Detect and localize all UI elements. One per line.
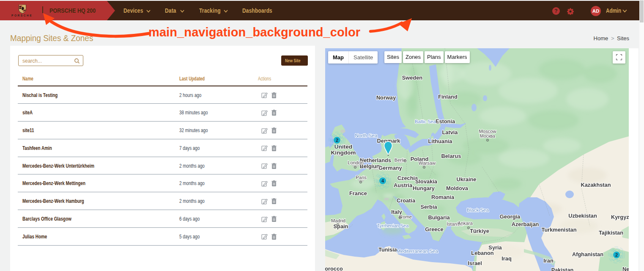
svg-text:France: France: [349, 190, 367, 196]
svg-text:Austria: Austria: [394, 182, 413, 188]
svg-text:Estonia: Estonia: [436, 118, 455, 124]
svg-text:Tajikistan: Tajikistan: [599, 230, 623, 236]
svg-text:Croatia: Croatia: [397, 197, 416, 204]
svg-text:Germany: Germany: [378, 165, 402, 171]
svg-text:Baltic Sea: Baltic Sea: [415, 119, 436, 124]
svg-text:Paris: Paris: [356, 175, 367, 180]
svg-text:Kingdom: Kingdom: [331, 149, 356, 156]
svg-text:Ukraine: Ukraine: [457, 176, 477, 183]
svg-text:Ankara: Ankara: [458, 221, 473, 226]
svg-text:Finland: Finland: [438, 94, 458, 100]
svg-text:Sweden: Sweden: [402, 75, 423, 81]
svg-text:Azerbaijan: Azerbaijan: [512, 221, 539, 227]
svg-text:Tyrrhenian Sea: Tyrrhenian Sea: [377, 223, 409, 228]
svg-text:2: 2: [336, 138, 338, 143]
svg-text:North Sea: North Sea: [355, 133, 378, 138]
svg-text:Iraq: Iraq: [501, 255, 511, 262]
svg-text:Greece: Greece: [425, 226, 443, 232]
svg-text:Israel: Israel: [468, 260, 482, 266]
svg-text:Netherlands: Netherlands: [360, 157, 391, 163]
svg-text:Lebanon: Lebanon: [471, 250, 494, 256]
svg-text:Black Sea: Black Sea: [467, 207, 489, 213]
svg-text:Warsaw: Warsaw: [419, 160, 436, 166]
svg-text:Tunisia: Tunisia: [378, 246, 397, 253]
svg-text:New: New: [622, 266, 629, 271]
svg-text:Belarus: Belarus: [441, 153, 461, 159]
svg-text:Romania: Romania: [431, 194, 455, 200]
svg-text:Slovakia: Slovakia: [415, 178, 438, 185]
svg-text:main_navigation_background_col: main_navigation_background_color: [148, 25, 360, 39]
svg-text:Iran: Iran: [543, 257, 554, 264]
svg-text:Spain: Spain: [334, 223, 348, 230]
svg-text:Georgia: Georgia: [500, 213, 521, 220]
svg-text:Türkiye: Türkiye: [470, 228, 489, 234]
svg-text:Uzbekistan: Uzbekistan: [568, 213, 597, 219]
svg-text:Norway: Norway: [376, 94, 396, 101]
svg-text:4: 4: [381, 178, 384, 183]
svg-text:Latvia: Latvia: [442, 129, 458, 136]
svg-text:Pakistan: Pakistan: [551, 267, 574, 271]
svg-text:Kyrgyzsta: Kyrgyzsta: [611, 214, 629, 220]
svg-text:Bulgaria: Bulgaria: [428, 214, 450, 221]
svg-text:Mediterranean Sea: Mediterranean Sea: [397, 249, 438, 254]
svg-text:Turkmenistan: Turkmenistan: [542, 227, 577, 233]
svg-text:London: London: [348, 160, 363, 165]
svg-text:Serbia: Serbia: [420, 204, 437, 210]
svg-text:Morocco: Morocco: [325, 265, 343, 271]
svg-text:Москва: Москва: [480, 133, 495, 138]
svg-text:Kazakhstan: Kazakhstan: [581, 182, 611, 188]
svg-text:2: 2: [615, 252, 618, 257]
svg-text:Lithuania: Lithuania: [428, 138, 453, 144]
svg-text:Moldova: Moldova: [446, 185, 469, 191]
svg-text:Afghanistan: Afghanistan: [572, 251, 603, 257]
svg-text:Rome: Rome: [399, 214, 412, 219]
svg-text:Hungary: Hungary: [413, 185, 435, 191]
svg-text:Madrid: Madrid: [331, 218, 345, 223]
